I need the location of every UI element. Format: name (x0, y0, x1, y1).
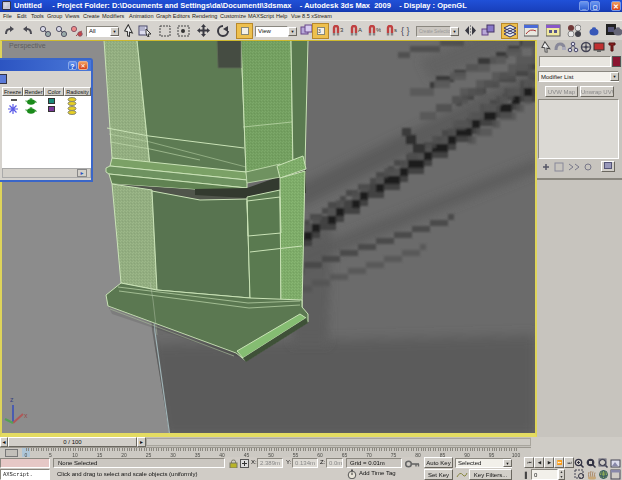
svg-text:x: x (24, 412, 28, 419)
svg-text:z: z (10, 396, 14, 403)
svg-text:%: % (376, 27, 381, 33)
svg-text:{ }: { } (401, 26, 410, 36)
svg-text:3: 3 (340, 27, 344, 33)
svg-text:A: A (358, 27, 362, 33)
svg-text:s: s (394, 27, 397, 33)
